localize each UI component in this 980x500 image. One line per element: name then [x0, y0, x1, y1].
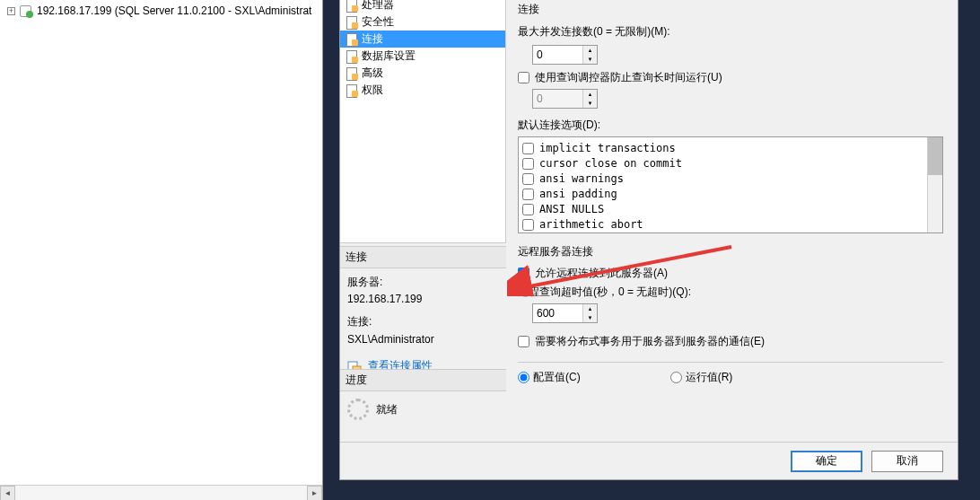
opt-ansi-nulls[interactable] — [522, 204, 534, 215]
max-connections-input[interactable]: ▲▼ — [532, 45, 598, 65]
object-explorer-panel: + 192.168.17.199 (SQL Server 11.0.2100 -… — [0, 0, 323, 500]
spin-down-icon[interactable]: ▼ — [583, 55, 597, 64]
tree-server-node[interactable]: + 192.168.17.199 (SQL Server 11.0.2100 -… — [0, 0, 322, 22]
configured-values-radio[interactable]: 配置值(C) — [518, 370, 581, 385]
progress-header: 进度 — [340, 369, 506, 391]
spin-down-icon: ▼ — [583, 99, 597, 108]
nav-item-permissions[interactable]: 权限 — [340, 82, 505, 99]
page-icon — [346, 50, 358, 63]
opt-ansi-warnings[interactable] — [522, 173, 534, 185]
default-options-listbox[interactable]: implicit transactions cursor close on co… — [518, 136, 943, 233]
page-icon — [346, 84, 358, 97]
progress-panel: 进度 就绪 — [340, 369, 506, 427]
page-icon — [346, 16, 358, 29]
horizontal-scrollbar[interactable]: ◄ ► — [0, 485, 322, 500]
server-label: 192.168.17.199 (SQL Server 11.0.2100 - S… — [37, 4, 311, 17]
spin-up-icon[interactable]: ▲ — [583, 46, 597, 55]
distributed-transactions-label: 需要将分布式事务用于服务器到服务器的通信(E) — [535, 334, 765, 349]
dialog-button-bar: 确定 取消 — [340, 442, 958, 479]
governor-value-input: ▲▼ — [532, 89, 598, 109]
opt-ansi-padding[interactable] — [522, 189, 534, 200]
spin-up-icon[interactable]: ▲ — [583, 304, 597, 313]
cancel-button[interactable]: 取消 — [871, 451, 943, 472]
allow-remote-label: 允许远程连接到此服务器(A) — [535, 266, 668, 281]
max-connections-label: 最大并发连接数(0 = 无限制)(M): — [518, 24, 943, 39]
section-remote: 远程服务器连接 — [518, 242, 943, 263]
running-values-radio[interactable]: 运行值(R) — [670, 370, 733, 385]
progress-spinner-icon — [347, 399, 369, 420]
server-icon — [19, 4, 33, 18]
scroll-track[interactable] — [15, 486, 307, 500]
scroll-right-icon[interactable]: ► — [307, 486, 322, 500]
allow-remote-checkbox[interactable] — [518, 268, 529, 279]
nav-item-processor[interactable]: 处理器 — [340, 0, 505, 13]
server-name-value: 192.168.17.199 — [347, 291, 499, 308]
ok-button[interactable]: 确定 — [791, 451, 862, 472]
remote-timeout-input[interactable]: ▲▼ — [532, 303, 598, 323]
page-icon — [346, 33, 358, 46]
server-name-label: 服务器: — [347, 274, 499, 291]
connections-page: 连接 最大并发连接数(0 = 无限制)(M): ▲▼ 使用查询调控器防止查询长时… — [507, 0, 958, 436]
info-header: 连接 — [340, 246, 506, 268]
connection-label: 连接: — [347, 313, 499, 330]
scroll-left-icon[interactable]: ◄ — [0, 486, 15, 500]
expand-icon[interactable]: + — [7, 7, 15, 15]
spin-up-icon: ▲ — [583, 90, 597, 99]
page-icon — [346, 0, 358, 12]
server-properties-dialog: 处理器 安全性 连接 数据库设置 高级 权限 连接 服务器: 192.168.1… — [339, 0, 958, 480]
progress-status: 就绪 — [376, 402, 398, 417]
query-governor-label: 使用查询调控器防止查询长时间运行(U) — [535, 70, 722, 85]
page-icon — [346, 67, 358, 80]
nav-item-connections[interactable]: 连接 — [340, 31, 505, 48]
listbox-scrollbar[interactable] — [927, 137, 942, 232]
opt-implicit-transactions[interactable] — [522, 143, 534, 154]
nav-item-security[interactable]: 安全性 — [340, 13, 505, 31]
default-options-label: 默认连接选项(D): — [518, 118, 943, 133]
spin-down-icon[interactable]: ▼ — [583, 313, 597, 322]
query-governor-checkbox[interactable] — [518, 72, 529, 83]
nav-item-advanced[interactable]: 高级 — [340, 65, 505, 82]
connection-info-panel: 连接 服务器: 192.168.17.199 连接: SXL\Administr… — [340, 246, 506, 380]
connection-value: SXL\Administrator — [347, 331, 499, 348]
distributed-transactions-checkbox[interactable] — [518, 336, 529, 347]
section-connections: 连接 — [518, 0, 943, 21]
opt-cursor-close[interactable] — [522, 158, 534, 170]
remote-timeout-label: 远程查询超时值(秒，0 = 无超时)(Q): — [518, 285, 943, 300]
page-nav-panel: 处理器 安全性 连接 数据库设置 高级 权限 — [340, 0, 506, 243]
opt-arithmetic-abort[interactable] — [522, 219, 534, 231]
nav-item-database-settings[interactable]: 数据库设置 — [340, 48, 505, 65]
